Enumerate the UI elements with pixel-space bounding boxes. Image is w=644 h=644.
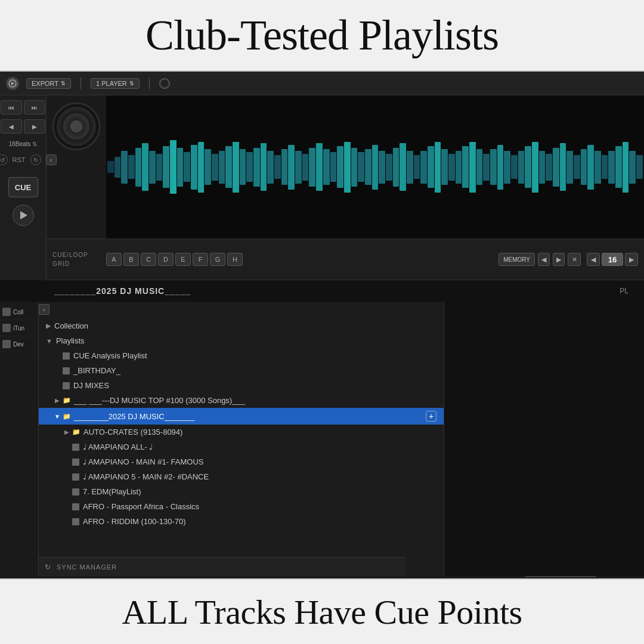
waveform-area — [106, 95, 644, 239]
edm-label: 7. EDM(PlayList) — [83, 487, 141, 496]
sidebar-item-itunes[interactable]: iTun — [0, 320, 38, 336]
top100-label: ___ ___---DJ MUSIC TOP #100 (3000 Songs)… — [74, 396, 245, 405]
cue-loop-section: CUE/LOOP GRID A B C D E F G H MEMORY ◀ ▶ — [47, 239, 644, 280]
sidebar-item-collection[interactable]: Coll — [0, 304, 38, 320]
itunes-icon — [2, 324, 11, 332]
pl-label: PL — [620, 287, 634, 295]
left-controls: ⏮ ⏭ ◀ ▶ 16Beats ⇅ ↺ RST ↻ ‹ CUE — [0, 95, 47, 280]
sync-icon: ↻ — [45, 563, 53, 571]
toolbar: EXPORT ⇅ 1 PLAYER ⇅ — [0, 72, 644, 95]
cue-btn-e[interactable]: E — [175, 253, 191, 266]
dj2025-expand-icon: ▼ — [53, 412, 61, 420]
sidebar-dev-label: Dev — [13, 341, 24, 348]
now-playing-title: ________2025 DJ MUSIC_____ — [54, 286, 191, 296]
sync-manager-bar: ↻ SYNC MANAGER — [39, 557, 405, 576]
autocrates-expand-icon: ▶ — [63, 428, 71, 436]
amapiano-all-label: ♩ AMAPIANO ALL- ♩ — [83, 442, 153, 451]
tree-item-top100[interactable]: ▶ 📁 ___ ___---DJ MUSIC TOP #100 (3000 So… — [39, 393, 444, 408]
cue-btn-h[interactable]: H — [227, 253, 243, 266]
cue-analysis-label: CUE Analysis Playlist — [73, 351, 147, 360]
player-main: CUE/LOOP GRID A B C D E F G H MEMORY ◀ ▶ — [47, 95, 644, 280]
loop-number-display: 16 — [602, 253, 623, 266]
amapiano-main2-label: ♩ AMAPIANO 5 - MAIN #2- #DANCE — [83, 472, 209, 481]
browser-area: ‹ Coll iTun Dev ▶ Collection — [0, 302, 644, 576]
tree-item-birthday[interactable]: _BIRTHDAY_ — [39, 363, 444, 378]
tree-item-afro-riddim[interactable]: AFRO - RIDDIM (100-130-70) — [39, 514, 444, 529]
memory-section: MEMORY ◀ ▶ ✕ — [499, 253, 581, 266]
cue-btn-d[interactable]: D — [158, 253, 174, 266]
forward-button[interactable]: ▶ — [24, 119, 45, 134]
play-button[interactable] — [13, 205, 34, 226]
tree-item-amapiano-all[interactable]: ♩ AMAPIANO ALL- ♩ — [39, 439, 444, 454]
record-button[interactable] — [159, 78, 170, 89]
tree-item-autocrates[interactable]: ▶ 📁 AUTO-CRATES (9135-8094) — [39, 425, 444, 439]
collection-header[interactable]: ▶ Collection — [39, 318, 444, 333]
tree-item-djmixes[interactable]: DJ MIXES — [39, 378, 444, 393]
playlist-icon-afro-passport — [72, 503, 79, 510]
toolbar-sep-2 — [149, 78, 150, 89]
autocrates-label: AUTO-CRATES (9135-8094) — [83, 428, 182, 436]
tree-item-edm[interactable]: 7. EDM(PlayList) — [39, 484, 444, 499]
collection-label: Collection — [54, 321, 88, 330]
djmixes-label: DJ MIXES — [73, 381, 109, 390]
sidebar-coll-label: Coll — [13, 309, 23, 315]
player-top — [47, 95, 644, 239]
collapse-panel-button[interactable]: ‹ — [39, 304, 49, 315]
memory-clear[interactable]: ✕ — [568, 253, 581, 266]
sidebar-icons: Coll iTun Dev — [0, 302, 39, 576]
player-button[interactable]: 1 PLAYER ⇅ — [91, 78, 140, 89]
top-banner-title: Club-Tested Playlists — [145, 11, 499, 60]
dj2025-folder-icon: 📁 — [63, 413, 71, 420]
vinyl-disc — [52, 103, 100, 150]
loop-increase[interactable]: ▶ — [625, 253, 638, 266]
next-button[interactable]: ⏭ — [24, 100, 45, 114]
cue-btn-a[interactable]: A — [106, 253, 122, 266]
cue-btn-c[interactable]: C — [141, 253, 156, 266]
loop-decrease[interactable]: ◀ — [587, 253, 600, 266]
tree-item-afro-passport[interactable]: AFRO - Passport Africa - Classics — [39, 499, 444, 514]
file-tree-area: ▶ Collection ▼ Playlists CUE Analysis Pl… — [39, 302, 444, 576]
tree-item-2025djmusic[interactable]: ▼ 📁 ________2025 DJ MUSIC_______ + — [39, 408, 444, 425]
tree-item-cue-analysis[interactable]: CUE Analysis Playlist — [39, 348, 444, 363]
playlists-label: Playlists — [56, 336, 85, 345]
bottom-banner-title: ALL Tracks Have Cue Points — [122, 592, 522, 632]
amapiano-main1-label: ♩ AMAPIANO - MAIN #1- FAMOUS — [83, 457, 203, 466]
loop2-icon[interactable]: ↻ — [30, 154, 41, 165]
memory-prev[interactable]: ◀ — [538, 253, 550, 266]
device-icon — [2, 340, 11, 348]
playlist-icon-amapiano-all — [72, 444, 79, 451]
player-area: ⏮ ⏭ ◀ ▶ 16Beats ⇅ ↺ RST ↻ ‹ CUE — [0, 95, 644, 280]
cue-btn-b[interactable]: B — [123, 253, 139, 266]
playlist-icon-amapiano1 — [72, 459, 79, 466]
top100-expand-icon: ▶ — [53, 397, 61, 405]
export-button[interactable]: EXPORT ⇅ — [26, 78, 71, 89]
play-icon — [20, 211, 27, 219]
autocrates-folder-icon: 📁 — [72, 428, 80, 436]
memory-next[interactable]: ▶ — [553, 253, 565, 266]
playlist-icon-birthday — [63, 367, 70, 374]
sidebar-item-devices[interactable]: Dev — [0, 336, 38, 352]
afro-riddim-label: AFRO - RIDDIM (100-130-70) — [83, 517, 186, 526]
waveform-display — [106, 95, 644, 239]
add-to-playlist-button[interactable]: + — [426, 411, 436, 422]
tree-item-amapiano-main2[interactable]: ♩ AMAPIANO 5 - MAIN #2- #DANCE — [39, 469, 444, 484]
prev-button[interactable]: ⏮ — [1, 100, 22, 114]
sync-label: SYNC MANAGER — [57, 564, 117, 571]
cue-btn-f[interactable]: F — [193, 253, 208, 266]
cue-btn-g[interactable]: G — [210, 253, 225, 266]
loop-icon[interactable]: ↺ — [0, 154, 8, 165]
top-banner: Club-Tested Playlists — [0, 0, 644, 72]
playlist-icon-amapiano2 — [72, 473, 79, 481]
collection-icon — [2, 308, 11, 316]
back-button[interactable]: ◀ — [1, 119, 22, 134]
playlist-icon-afro-riddim — [72, 518, 79, 525]
birthday-label: _BIRTHDAY_ — [73, 366, 120, 375]
cue-button[interactable]: CUE — [8, 177, 38, 197]
memory-button[interactable]: MEMORY — [499, 253, 535, 266]
tree-item-amapiano-main1[interactable]: ♩ AMAPIANO - MAIN #1- FAMOUS — [39, 454, 444, 469]
track-display-bar: ________2025 DJ MUSIC_____ PL — [0, 280, 644, 302]
playlist-icon-edm — [72, 488, 79, 496]
playlists-header[interactable]: ▼ Playlists — [39, 333, 444, 348]
cue-loop-labels: CUE/LOOP GRID — [52, 252, 100, 267]
collection-tree-icon: ▶ — [46, 322, 51, 330]
